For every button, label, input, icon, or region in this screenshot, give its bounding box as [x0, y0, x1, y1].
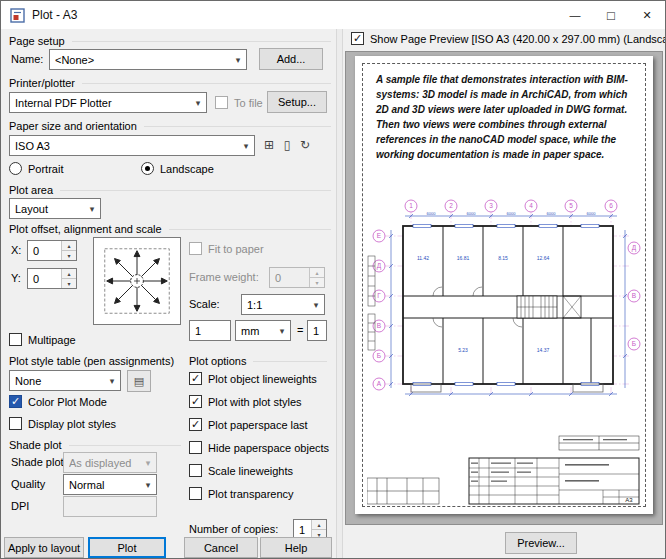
checkbox-box[interactable] — [9, 395, 22, 408]
group-page-setup: Page setup — [9, 35, 331, 47]
to-file-label: To file — [234, 97, 263, 109]
group-plot-offset: Plot offset, alignment and scale — [9, 223, 331, 235]
quality-combo[interactable]: Normal — [63, 474, 157, 495]
radio-circle[interactable] — [9, 162, 22, 175]
panel-splitter[interactable] — [336, 29, 343, 559]
svg-text:В: В — [632, 292, 636, 299]
color-plot-mode-checkbox[interactable]: Color Plot Mode — [9, 395, 107, 408]
help-button[interactable]: Help — [260, 537, 332, 558]
svg-text:3: 3 — [489, 202, 493, 209]
multipage-checkbox[interactable]: Multipage — [9, 333, 76, 346]
plot-alignment-widget[interactable] — [93, 237, 181, 325]
maximize-button[interactable]: □ — [593, 1, 629, 29]
display-plot-styles-checkbox[interactable]: Display plot styles — [9, 417, 116, 430]
svg-text:Д: Д — [377, 262, 382, 270]
shade-plot-value: As displayed — [69, 457, 140, 469]
plot-app-icon — [10, 8, 25, 23]
svg-text:В: В — [377, 322, 381, 329]
apply-to-layout-button[interactable]: Apply to layout — [4, 537, 84, 558]
printer-setup-button[interactable]: Setup... — [267, 91, 327, 113]
checkbox-box[interactable] — [189, 441, 202, 454]
cancel-button[interactable]: Cancel — [184, 537, 258, 558]
printer-combo[interactable]: Internal PDF Plotter — [9, 92, 207, 113]
printer-value: Internal PDF Plotter — [15, 97, 190, 109]
checkbox-box[interactable] — [189, 487, 202, 500]
rotate-paper-icon[interactable]: ↻ — [297, 137, 313, 153]
minimize-button[interactable]: — — [557, 1, 593, 29]
spin-down-icon[interactable] — [62, 279, 76, 288]
radio-circle[interactable] — [141, 162, 154, 175]
preview-page: A sample file that demonstrates interact… — [355, 56, 653, 514]
portrait-radio[interactable]: Portrait — [9, 162, 63, 175]
spinner-buttons — [309, 268, 324, 287]
close-button[interactable]: ✕ — [629, 1, 665, 29]
checkbox-box[interactable] — [189, 418, 202, 431]
outer-walls — [403, 226, 613, 384]
spin-up-icon[interactable] — [312, 520, 326, 530]
svg-text:6000: 6000 — [587, 211, 597, 216]
x-offset-value[interactable]: 0 — [28, 241, 61, 260]
spin-down-icon[interactable] — [62, 251, 76, 260]
dpi-label: DPI — [11, 500, 29, 512]
plot-style-value: None — [15, 375, 104, 387]
plot-button[interactable]: Plot — [88, 537, 166, 558]
y-offset-value[interactable]: 0 — [28, 269, 61, 288]
shade-plot-label: Shade plot — [11, 456, 64, 468]
custom-paper-size-icon[interactable]: ⊞ — [261, 137, 277, 153]
show-page-preview-checkbox[interactable]: Show Page Preview [ISO A3 (420.00 x 297.… — [351, 32, 666, 45]
checkbox-hide-paperspace-objects[interactable]: Hide paperspace objects — [189, 441, 329, 454]
page-setup-name-value: <None> — [55, 54, 230, 66]
add-page-setup-button[interactable]: Add... — [259, 48, 323, 70]
fit-to-paper-checkbox: Fit to paper — [189, 242, 264, 255]
checkbox-plot-transparency[interactable]: Plot transparency — [189, 487, 294, 500]
landscape-radio[interactable]: Landscape — [141, 162, 214, 175]
title-block-left-table — [367, 478, 439, 504]
checkbox-scale-lineweights[interactable]: Scale lineweights — [189, 464, 293, 477]
checkbox-label: Plot paperspace last — [208, 419, 308, 431]
title-bar[interactable]: Plot - A3 — □ ✕ — [1, 1, 665, 29]
checkbox-label: Plot with plot styles — [208, 396, 302, 408]
checkbox-plot-paperspace-last[interactable]: Plot paperspace last — [189, 418, 308, 431]
checkbox-plot-object-lineweights[interactable]: Plot object lineweights — [189, 372, 317, 385]
checkbox-box[interactable] — [189, 464, 202, 477]
to-file-checkbox: To file — [215, 96, 263, 109]
x-offset-spinner[interactable]: 0 — [27, 240, 77, 261]
svg-text:6000: 6000 — [427, 211, 437, 216]
plot-area-combo[interactable]: Layout — [9, 198, 101, 219]
spinner-buttons — [61, 269, 76, 288]
grid-bubbles-right: Д В Б — [628, 242, 640, 350]
paper-size-combo[interactable]: ISO A3 — [9, 135, 255, 156]
drawing-units-field[interactable]: 1 — [307, 320, 327, 341]
units-combo[interactable]: mm — [235, 320, 291, 341]
svg-text:8.15: 8.15 — [498, 255, 508, 261]
spin-up-icon[interactable] — [62, 269, 76, 279]
svg-text:6000: 6000 — [547, 211, 557, 216]
window-controls: — □ ✕ — [557, 1, 665, 29]
checkbox-box[interactable] — [9, 417, 22, 430]
checkbox-box[interactable] — [351, 32, 364, 45]
preview-button[interactable]: Preview... — [505, 532, 577, 554]
svg-text:Б: Б — [632, 340, 636, 347]
y-offset-spinner[interactable]: 0 — [27, 268, 77, 289]
scale-combo[interactable]: 1:1 — [241, 294, 325, 315]
svg-text:1: 1 — [409, 202, 413, 209]
spin-down-icon — [310, 278, 324, 287]
frame-weight-label: Frame weight: — [189, 271, 259, 283]
paper-units-field[interactable]: 1 — [189, 320, 231, 341]
checkbox-label: Scale lineweights — [208, 465, 293, 477]
edit-plot-style-button[interactable]: ▤ — [127, 370, 151, 392]
checkbox-box[interactable] — [189, 372, 202, 385]
floor-plan-drawing: 6000 6000 6000 6000 6000 — [367, 196, 641, 428]
page-setup-name-combo[interactable]: <None> — [49, 49, 247, 70]
drawing-note-text: A sample file that demonstrates interact… — [376, 72, 635, 162]
checkbox-box[interactable] — [9, 333, 22, 346]
svg-text:16.81: 16.81 — [457, 255, 470, 261]
paper-sheet-icon[interactable]: ▯ — [279, 137, 295, 153]
units-value: mm — [241, 325, 274, 337]
checkbox-plot-with-plot-styles[interactable]: Plot with plot styles — [189, 395, 302, 408]
checkbox-label: Plot object lineweights — [208, 373, 317, 385]
spin-up-icon[interactable] — [62, 241, 76, 251]
plot-style-combo[interactable]: None — [9, 370, 121, 391]
stairs — [517, 296, 557, 318]
checkbox-box[interactable] — [189, 395, 202, 408]
